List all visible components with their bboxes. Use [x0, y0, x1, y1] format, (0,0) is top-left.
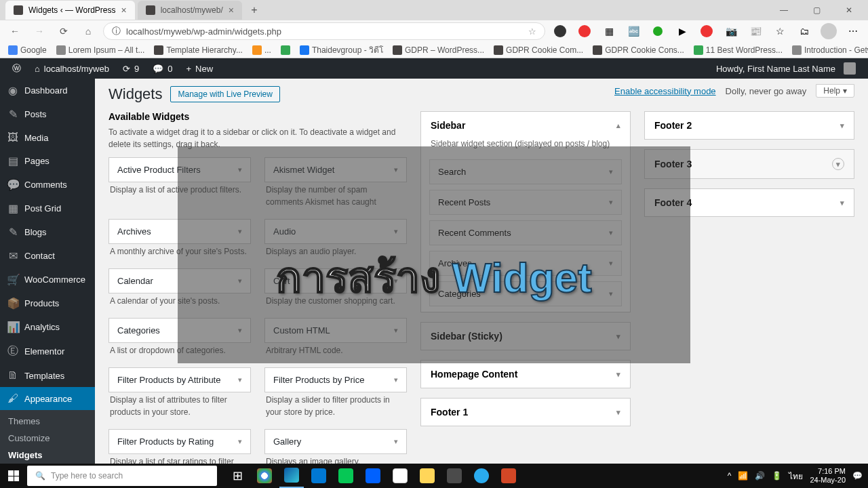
bookmark-item[interactable]: GDPR Cookie Com... — [494, 45, 583, 55]
edge-icon[interactable] — [279, 464, 304, 488]
start-button[interactable] — [0, 464, 27, 488]
play-icon[interactable] — [648, 22, 667, 41]
network-icon[interactable]: 📶 — [738, 471, 748, 481]
area-head[interactable]: Footer 4▾ — [645, 189, 854, 216]
menu-media[interactable]: 🖼Media — [0, 126, 95, 149]
available-widget[interactable]: Gallery▾ — [264, 429, 407, 454]
submenu-customize[interactable]: Customize — [0, 430, 95, 447]
ext-icon[interactable] — [551, 22, 570, 41]
available-widget[interactable]: Active Product Filters▾ — [108, 157, 251, 182]
available-widget[interactable]: Filter Products by Attribute▾ — [108, 367, 251, 392]
area-widget-item[interactable]: Recent Comments▾ — [429, 220, 622, 245]
menu-blogs[interactable]: ✎Blogs — [0, 220, 95, 244]
volume-icon[interactable]: 🔊 — [755, 471, 765, 481]
bookmark-item[interactable]: Introduction - Getw... — [792, 45, 868, 55]
area-head[interactable]: Footer 2▾ — [645, 112, 854, 139]
manage-live-preview-button[interactable]: Manage with Live Preview — [170, 86, 279, 102]
howdy[interactable]: Howdy, First Name Last Name — [709, 58, 863, 79]
telegram-icon[interactable] — [469, 464, 494, 488]
language-indicator[interactable]: ไทย — [789, 470, 803, 483]
menu-contact[interactable]: ✉Contact — [0, 244, 95, 268]
bookmark-item[interactable]: 11 Best WordPress... — [694, 45, 783, 55]
taskbar-search[interactable]: 🔍Type here to search — [27, 466, 217, 486]
explorer-icon[interactable] — [415, 464, 439, 488]
translate-icon[interactable]: 🔤 — [624, 22, 643, 41]
available-widget[interactable]: Cart▾ — [264, 268, 407, 293]
back-button[interactable]: ← — [5, 22, 24, 41]
menu-analytics[interactable]: 📊Analytics — [0, 315, 95, 339]
favorites-icon[interactable]: ☆ — [770, 22, 789, 41]
minimize-button[interactable]: — — [770, 1, 797, 20]
youtube-icon[interactable]: ▶ — [673, 22, 692, 41]
home-button[interactable]: ⌂ — [79, 22, 98, 41]
area-head[interactable]: Sidebar (Sticky)▾ — [421, 323, 630, 350]
area-head[interactable]: Footer 1▾ — [421, 399, 630, 426]
vscode-icon[interactable] — [307, 464, 331, 488]
chrome-icon[interactable] — [252, 464, 277, 488]
area-head[interactable]: Sidebar ▴ — [421, 112, 630, 139]
menu-pages[interactable]: ▤Pages — [0, 149, 95, 173]
menu-products[interactable]: 📦Products — [0, 291, 95, 315]
close-button[interactable]: ✕ — [835, 1, 863, 20]
bookmark-item[interactable]: Template Hierarchy... — [154, 45, 242, 55]
area-head[interactable]: Homepage Content▾ — [421, 361, 630, 388]
battery-icon[interactable]: 🔋 — [772, 471, 782, 481]
menu-postgrid[interactable]: ▦Post Grid — [0, 197, 95, 220]
menu-appearance[interactable]: 🖌Appearance — [0, 387, 95, 410]
forward-button[interactable]: → — [30, 22, 49, 41]
available-widget[interactable]: Calendar▾ — [108, 268, 251, 293]
submenu-themes[interactable]: Themes — [0, 413, 95, 430]
close-icon[interactable]: × — [121, 5, 126, 16]
url-bar[interactable]: ⓘ localhost/myweb/wp-admin/widgets.php ☆ — [103, 22, 545, 40]
available-widget[interactable]: Audio▾ — [264, 219, 407, 244]
available-widget[interactable]: Filter Products by Price▾ — [264, 367, 407, 392]
opera-icon[interactable] — [575, 22, 594, 41]
refresh-button[interactable]: ⟳ — [54, 22, 73, 41]
area-widget-item[interactable]: Archives▾ — [429, 251, 622, 276]
star-icon[interactable]: ☆ — [528, 26, 536, 37]
more-icon[interactable]: ⋯ — [844, 22, 863, 41]
line-icon[interactable] — [334, 464, 358, 488]
profile-icon[interactable] — [819, 22, 838, 41]
area-widget-item[interactable]: Categories▾ — [429, 281, 622, 306]
reader-icon[interactable]: 📰 — [746, 22, 765, 41]
menu-comments[interactable]: 💬Comments — [0, 173, 95, 197]
taskview-icon[interactable]: ⊞ — [225, 464, 250, 488]
site-name[interactable]: ⌂ localhost/myweb — [28, 58, 116, 79]
menu-woocommerce[interactable]: 🛒WooCommerce — [0, 268, 95, 291]
new-tab-button[interactable]: + — [245, 1, 264, 20]
menu-templates[interactable]: 🗎Templates — [0, 364, 95, 387]
menu-posts[interactable]: ✎Posts — [0, 102, 95, 126]
available-widget[interactable]: Categories▾ — [108, 318, 251, 343]
sublime-icon[interactable] — [442, 464, 467, 488]
bookmark-item[interactable]: Lorem Ipsum – All t... — [56, 45, 145, 55]
bookmark-item[interactable]: Google — [8, 45, 47, 55]
bookmark-item[interactable]: Thaidevgroup - วิดีโ — [300, 43, 383, 56]
bookmark-item[interactable] — [281, 45, 290, 55]
bookmark-item[interactable]: ... — [252, 45, 271, 55]
maximize-button[interactable]: ▢ — [803, 1, 830, 20]
available-widget[interactable]: Custom HTML▾ — [264, 318, 407, 343]
camera-icon[interactable]: 📷 — [722, 22, 741, 41]
menu-elementor[interactable]: ⒺElementor — [0, 339, 95, 364]
available-widget[interactable]: Akismet Widget▾ — [264, 157, 407, 182]
store-icon[interactable] — [388, 464, 412, 488]
area-widget-item[interactable]: Search▾ — [429, 159, 622, 184]
qr-icon[interactable]: ▦ — [599, 22, 618, 41]
browser-tab-active[interactable]: Widgets ‹ — WordPress × — [5, 1, 135, 20]
notifications-icon[interactable]: 💬 — [852, 471, 863, 481]
powerpoint-icon[interactable] — [496, 464, 521, 488]
area-head[interactable]: Footer 3▾ — [645, 150, 854, 178]
tray-chevron-icon[interactable]: ^ — [728, 471, 732, 481]
submenu-widgets[interactable]: Widgets — [0, 447, 95, 464]
browser-tab[interactable]: localhost/myweb/ × — [138, 1, 242, 20]
rec-icon[interactable] — [697, 22, 716, 41]
bookmark-item[interactable]: GDPR – WordPress... — [393, 45, 484, 55]
menu-dashboard[interactable]: ◉Dashboard — [0, 79, 95, 102]
comments-count[interactable]: 💬 0 — [146, 58, 179, 79]
help-button[interactable]: Help▾ — [816, 84, 854, 98]
collections-icon[interactable]: 🗂 — [795, 22, 814, 41]
wp-logo[interactable]: ⓦ — [5, 58, 28, 79]
updates[interactable]: ⟳ 9 — [116, 58, 146, 79]
dropbox-icon[interactable] — [361, 464, 385, 488]
